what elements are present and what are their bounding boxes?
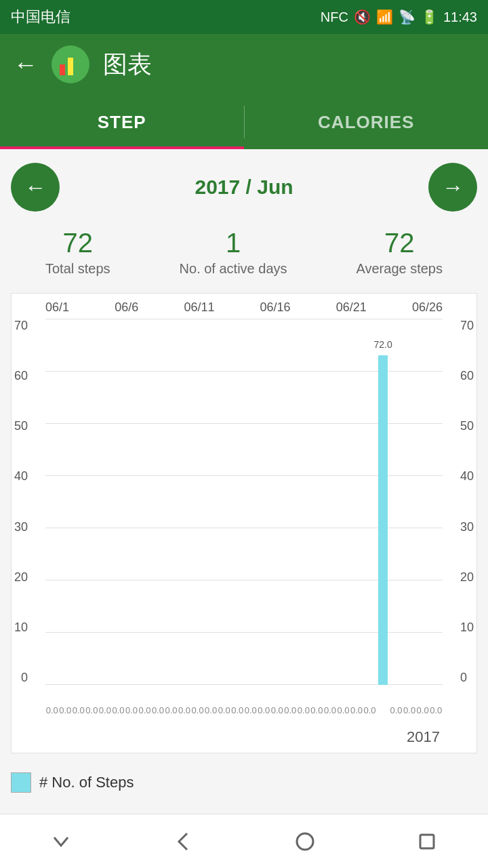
- app-title: 图表: [103, 48, 152, 81]
- nfc-icon: NFC: [321, 9, 348, 25]
- carrier-label: 中国电信: [11, 7, 70, 27]
- zero-label: 0.0: [310, 705, 324, 726]
- status-icons: NFC 🔇 📶 📡 🔋 11:43: [321, 9, 477, 25]
- zero-label: 0.0: [45, 705, 59, 726]
- bar-column: [270, 319, 284, 685]
- zero-label: 0.0: [284, 705, 298, 726]
- bottom-navigation: [0, 814, 488, 868]
- zero-label: 0.0: [178, 705, 191, 726]
- x-label-4: 06/16: [260, 300, 291, 315]
- zero-label: 0.0: [112, 705, 125, 726]
- bar-column: [59, 319, 73, 685]
- signal-icon: 📡: [399, 9, 415, 25]
- y-label-left-10: 10: [14, 620, 28, 635]
- bar-column: [337, 319, 350, 685]
- bar-column: [297, 319, 310, 685]
- y-label-right-0: 0: [460, 671, 467, 685]
- bar-column: [429, 319, 443, 685]
- next-arrow-icon: →: [442, 175, 464, 200]
- x-label-3: 06/11: [184, 300, 214, 315]
- bar-column: [178, 319, 191, 685]
- zero-label: 0.0: [191, 705, 205, 726]
- svg-rect-2: [76, 54, 81, 75]
- svg-point-3: [297, 833, 313, 850]
- prev-arrow-icon: ←: [24, 175, 46, 200]
- prev-month-button[interactable]: ←: [11, 163, 60, 212]
- bar-column: [390, 319, 403, 685]
- x-axis-labels: 06/1 06/6 06/11 06/16 06/21 06/26: [45, 300, 443, 319]
- year-label: 2017: [45, 728, 443, 746]
- bar-column: [350, 319, 363, 685]
- zero-label: 0.0: [59, 705, 73, 726]
- bar-column: [85, 319, 99, 685]
- zero-label: 0.0: [125, 705, 138, 726]
- bar-column: 72.0: [376, 319, 390, 685]
- zero-label: 0.0: [270, 705, 284, 726]
- main-content: ← 2017 / Jun → 72 Total steps 1 No. of a…: [0, 149, 488, 814]
- bar-column: [310, 319, 324, 685]
- month-title: 2017 / Jun: [195, 176, 293, 199]
- bottom-home-button[interactable]: [285, 821, 325, 862]
- y-label-left-30: 30: [14, 520, 28, 534]
- next-month-button[interactable]: →: [428, 163, 477, 212]
- chart-container: 06/1 06/6 06/11 06/16 06/21 06/26 70 60 …: [11, 293, 477, 753]
- stat-average-steps: 72 Average steps: [357, 228, 443, 277]
- zero-label: 0.0: [323, 705, 337, 726]
- y-label-right-70: 70: [460, 319, 474, 333]
- y-label-right-50: 50: [460, 419, 474, 433]
- zero-label: 0.0: [350, 705, 363, 726]
- bar-column: [363, 319, 377, 685]
- zero-label: 0.0: [138, 705, 152, 726]
- back-button[interactable]: ←: [14, 50, 38, 79]
- total-steps-label: Total steps: [45, 261, 110, 277]
- y-label-left-70: 70: [14, 319, 28, 333]
- zero-label: 0.0: [363, 705, 377, 726]
- bottom-chevron-down-button[interactable]: [41, 821, 81, 862]
- bar-column: [191, 319, 205, 685]
- chart-grid: 70 60 50 40 30 20 10 0 70 60 50 40 30 20…: [45, 319, 443, 705]
- legend-color-box: [11, 772, 31, 793]
- x-label-2: 06/6: [115, 300, 138, 315]
- tab-step[interactable]: STEP: [0, 95, 244, 149]
- zero-label: [376, 705, 390, 726]
- app-icon: [52, 45, 89, 83]
- bar-column: [323, 319, 337, 685]
- x-label-6: 06/26: [412, 300, 443, 315]
- zero-label: 0.0: [165, 705, 178, 726]
- total-steps-value: 72: [45, 228, 110, 258]
- zero-label: 0.0: [204, 705, 218, 726]
- y-label-right-30: 30: [460, 520, 474, 534]
- bar: 72.0: [378, 355, 388, 685]
- average-steps-label: Average steps: [357, 261, 443, 277]
- svg-rect-1: [68, 58, 73, 75]
- bottom-recent-button[interactable]: [407, 821, 447, 862]
- bars-area: 72.0: [45, 319, 443, 685]
- y-axis-left: 70 60 50 40 30 20 10 0: [14, 319, 28, 685]
- zero-label: 0.0: [337, 705, 350, 726]
- chart-legend: # No. of Steps: [11, 764, 477, 801]
- y-label-right-60: 60: [460, 369, 474, 383]
- zero-label: 0.0: [72, 705, 85, 726]
- tab-calories[interactable]: CALORIES: [245, 95, 489, 149]
- mute-icon: 🔇: [354, 9, 371, 25]
- bar-column: [218, 319, 231, 685]
- svg-rect-4: [420, 835, 434, 848]
- zero-label: 0.0: [390, 705, 403, 726]
- y-label-left-60: 60: [14, 369, 28, 383]
- average-steps-value: 72: [357, 228, 443, 258]
- stat-active-days: 1 No. of active days: [180, 228, 287, 277]
- y-label-right-10: 10: [460, 620, 474, 635]
- y-label-left-20: 20: [14, 570, 28, 585]
- y-label-left-50: 50: [14, 419, 28, 433]
- month-navigation: ← 2017 / Jun →: [11, 163, 477, 212]
- active-days-value: 1: [180, 228, 287, 258]
- y-label-right-20: 20: [460, 570, 474, 585]
- bar-column: [165, 319, 178, 685]
- bar-column: [284, 319, 298, 685]
- bar-column: [258, 319, 271, 685]
- bottom-back-button[interactable]: [163, 821, 203, 862]
- status-bar: 中国电信 NFC 🔇 📶 📡 🔋 11:43: [0, 0, 488, 34]
- y-axis-right: 70 60 50 40 30 20 10 0: [460, 319, 474, 685]
- zero-label: 0.0: [416, 705, 430, 726]
- bar-column: [125, 319, 138, 685]
